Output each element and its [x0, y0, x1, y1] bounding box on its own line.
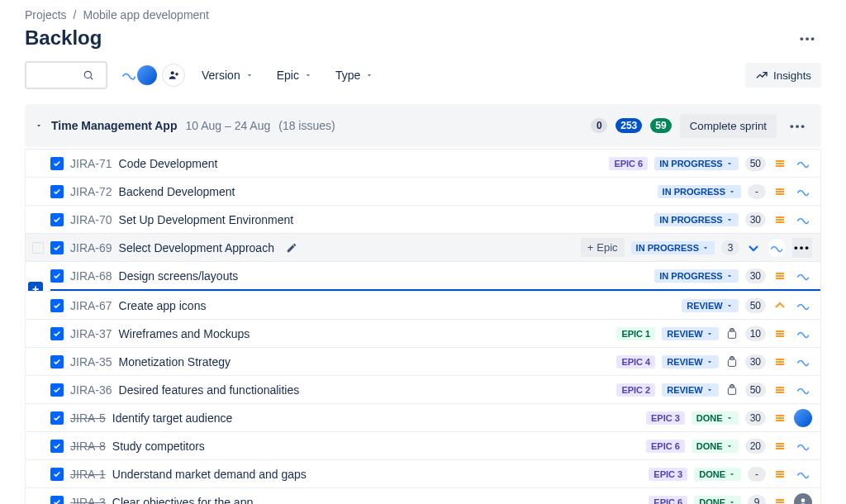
link-icon[interactable]: [725, 327, 739, 340]
issue-key[interactable]: JIRA-71: [70, 157, 112, 170]
issue-key[interactable]: JIRA-67: [70, 299, 112, 312]
status-badge[interactable]: DONE: [692, 411, 739, 425]
assignee-avatar[interactable]: [794, 325, 812, 343]
issue-key[interactable]: JIRA-69: [70, 241, 112, 254]
link-icon[interactable]: [725, 355, 739, 368]
row-more-button[interactable]: •••: [792, 238, 812, 258]
epic-badge[interactable]: EPIC 6: [649, 496, 687, 505]
epic-badge[interactable]: EPIC 6: [646, 440, 685, 453]
issue-summary[interactable]: Understand market demand and gaps: [112, 468, 307, 481]
status-badge[interactable]: REVIEW: [662, 383, 718, 397]
issue-summary[interactable]: Wireframes and Mockups: [119, 327, 250, 340]
issue-key[interactable]: JIRA-70: [70, 213, 112, 226]
epic-badge[interactable]: EPIC 4: [616, 355, 655, 368]
assignee-avatar[interactable]: [794, 211, 812, 229]
issue-key[interactable]: JIRA-68: [70, 269, 112, 283]
issue-key[interactable]: JIRA-5: [70, 411, 106, 425]
assignee-avatar[interactable]: [794, 267, 812, 285]
status-badge[interactable]: IN PROGRESS: [631, 241, 715, 254]
issue-key[interactable]: JIRA-36: [70, 383, 112, 397]
status-badge[interactable]: IN PROGRESS: [654, 213, 738, 226]
assignee-avatar[interactable]: [794, 183, 812, 201]
status-badge[interactable]: DONE: [692, 440, 739, 453]
issue-row[interactable]: JIRA-35Monetization StrategyEPIC 4REVIEW…: [26, 347, 820, 375]
assignee-avatar[interactable]: [794, 493, 812, 505]
breadcrumb-project[interactable]: Mobile app development: [83, 8, 209, 21]
issue-row[interactable]: JIRA-3Clear objectives for the appEPIC 6…: [26, 487, 820, 504]
issue-summary[interactable]: Select Development Approach: [119, 241, 274, 254]
search-box[interactable]: [25, 61, 107, 89]
assignee-avatar[interactable]: [794, 297, 812, 315]
issue-key[interactable]: JIRA-3: [70, 496, 106, 505]
priority-low-icon: [747, 241, 760, 254]
issue-row[interactable]: JIRA-5Identify target audienceEPIC 3DONE…: [26, 403, 820, 431]
drag-handle[interactable]: [32, 242, 44, 254]
edit-icon[interactable]: [286, 242, 297, 254]
issue-row[interactable]: JIRA-72Backend DevelopmentIN PROGRESS -: [26, 177, 820, 205]
issue-row[interactable]: JIRA-71Code DevelopmentEPIC 6IN PROGRESS…: [26, 149, 820, 177]
issue-row[interactable]: JIRA-68Design screens/layoutsIN PROGRESS…: [26, 261, 820, 289]
issue-type-icon: [50, 185, 64, 198]
epic-badge[interactable]: EPIC 1: [616, 327, 655, 340]
issue-row[interactable]: JIRA-67Create app iconsREVIEW 50: [26, 291, 820, 319]
type-filter[interactable]: Type: [329, 64, 380, 87]
insights-button[interactable]: Insights: [745, 63, 821, 88]
assignee-avatar[interactable]: [768, 239, 786, 257]
complete-sprint-button[interactable]: Complete sprint: [680, 114, 777, 138]
assignee-avatar[interactable]: [794, 465, 812, 483]
issue-key[interactable]: JIRA-8: [70, 440, 106, 453]
page-more-button[interactable]: •••: [795, 25, 821, 51]
issue-row[interactable]: JIRA-70Set Up Development EnvironmentIN …: [26, 205, 820, 233]
status-badge[interactable]: IN PROGRESS: [654, 157, 738, 170]
issue-row[interactable]: JIRA-69Select Development Approach+EpicI…: [26, 233, 820, 261]
assignee-avatar[interactable]: [794, 437, 812, 455]
issue-summary[interactable]: Set Up Development Environment: [119, 213, 294, 226]
epic-badge[interactable]: EPIC 3: [649, 468, 687, 481]
assignee-avatar[interactable]: [794, 409, 812, 427]
breadcrumb-root[interactable]: Projects: [25, 8, 67, 21]
issue-summary[interactable]: Identify target audience: [112, 411, 233, 425]
add-people-button[interactable]: [162, 64, 185, 87]
epic-filter[interactable]: Epic: [270, 64, 319, 87]
estimate-badge: 20: [745, 439, 766, 454]
assignee-avatar[interactable]: [794, 381, 812, 399]
status-badge[interactable]: IN PROGRESS: [658, 185, 741, 198]
collapse-icon[interactable]: [35, 121, 43, 130]
add-epic-button[interactable]: +Epic: [581, 238, 625, 257]
status-badge[interactable]: DONE: [694, 468, 741, 481]
issue-summary[interactable]: Design screens/layouts: [119, 269, 239, 283]
issue-row[interactable]: JIRA-1Understand market demand and gapsE…: [26, 459, 820, 487]
issue-summary[interactable]: Backend Development: [119, 185, 235, 198]
issue-key[interactable]: JIRA-35: [70, 355, 112, 368]
issue-summary[interactable]: Create app icons: [119, 299, 207, 312]
issue-key[interactable]: JIRA-1: [70, 468, 106, 481]
version-filter[interactable]: Version: [195, 64, 260, 87]
issue-key[interactable]: JIRA-37: [70, 327, 112, 340]
issue-row[interactable]: JIRA-8Study competitorsEPIC 6DONE 20: [26, 431, 820, 459]
issue-summary[interactable]: Code Development: [119, 157, 218, 170]
issue-summary[interactable]: Clear objectives for the app: [112, 496, 253, 505]
svg-point-0: [84, 71, 91, 78]
issue-summary[interactable]: Study competitors: [112, 440, 205, 453]
epic-badge[interactable]: EPIC 3: [646, 411, 685, 425]
link-icon[interactable]: [725, 383, 739, 397]
issue-key[interactable]: JIRA-72: [70, 185, 112, 198]
status-badge[interactable]: REVIEW: [662, 327, 718, 340]
sprint-more-button[interactable]: •••: [785, 112, 811, 139]
status-badge[interactable]: REVIEW: [662, 355, 718, 368]
status-badge[interactable]: DONE: [694, 496, 741, 505]
search-input[interactable]: [33, 69, 83, 82]
issue-summary[interactable]: Desired features and functionalities: [119, 383, 300, 397]
issue-summary[interactable]: Monetization Strategy: [119, 355, 231, 368]
assignee-avatar[interactable]: [794, 155, 812, 173]
status-badge[interactable]: REVIEW: [682, 299, 738, 312]
issue-row[interactable]: JIRA-36Desired features and functionalit…: [26, 375, 820, 403]
epic-badge[interactable]: EPIC 6: [609, 157, 648, 170]
issue-row[interactable]: JIRA-37Wireframes and MockupsEPIC 1REVIE…: [26, 319, 820, 347]
priority: [772, 383, 787, 397]
epic-badge[interactable]: EPIC 2: [616, 383, 655, 397]
avatar-2[interactable]: [135, 64, 159, 87]
priority-medium-icon: [773, 440, 787, 453]
status-badge[interactable]: IN PROGRESS: [654, 269, 738, 283]
assignee-avatar[interactable]: [794, 353, 812, 371]
